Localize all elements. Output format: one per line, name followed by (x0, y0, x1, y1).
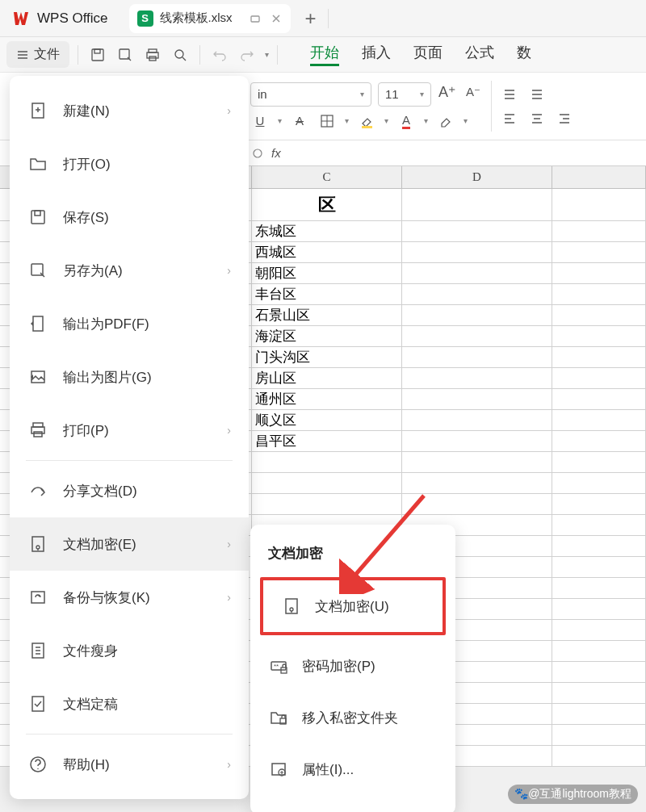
document-tab[interactable]: S 线索模板.xlsx (129, 4, 291, 33)
cell[interactable]: 门头沟区 (252, 347, 402, 367)
cell[interactable]: 东城区 (252, 221, 402, 241)
font-color-icon[interactable]: A (396, 111, 416, 131)
increase-font-icon[interactable]: A⁺ (438, 82, 457, 102)
cell[interactable] (552, 620, 646, 640)
cell[interactable]: 西城区 (252, 242, 402, 262)
cell[interactable] (402, 389, 552, 409)
cell[interactable] (552, 578, 646, 598)
font-family-combo[interactable]: in▾ (250, 82, 371, 107)
submenu-private[interactable]: 移入私密文件夹 (250, 692, 455, 743)
cell[interactable] (552, 452, 646, 472)
col-header-d[interactable]: D (402, 166, 552, 188)
cell[interactable] (552, 662, 646, 682)
cell[interactable] (552, 305, 646, 325)
tab-insert[interactable]: 插入 (362, 43, 391, 66)
cell[interactable] (402, 368, 552, 388)
preview-icon[interactable] (169, 44, 191, 66)
cell[interactable]: 昌平区 (252, 431, 402, 451)
cell[interactable] (402, 305, 552, 325)
submenu-password[interactable]: ** 密码加密(P) (250, 640, 455, 692)
align-center-icon[interactable] (527, 109, 547, 128)
underline-icon[interactable]: U (250, 111, 270, 131)
print-icon[interactable] (141, 44, 164, 66)
cell[interactable] (552, 536, 646, 556)
cell[interactable] (402, 452, 552, 472)
menu-finalize[interactable]: 文档定稿 (10, 677, 249, 730)
undo-icon[interactable] (208, 44, 231, 66)
font-size-combo[interactable]: 11▾ (378, 82, 431, 107)
tab-page[interactable]: 页面 (413, 43, 443, 66)
cell[interactable] (402, 410, 552, 430)
cell[interactable]: 石景山区 (252, 305, 402, 325)
menu-backup[interactable]: 备份与恢复(K) › (10, 571, 249, 624)
menu-new[interactable]: 新建(N) › (10, 84, 249, 137)
cell[interactable] (552, 326, 646, 346)
chevron-down-icon[interactable]: ▾ (265, 50, 269, 59)
menu-export-pdf[interactable]: 输出为PDF(F) (10, 297, 249, 350)
cell[interactable] (552, 494, 646, 514)
menu-open[interactable]: 打开(O) (10, 137, 249, 190)
new-tab-button[interactable]: + (305, 7, 317, 30)
cell[interactable]: 海淀区 (252, 326, 402, 346)
cell[interactable] (402, 347, 552, 367)
header-cell-d[interactable] (402, 189, 552, 220)
col-header-e[interactable] (552, 166, 646, 188)
cell[interactable] (552, 284, 646, 304)
tab-formula[interactable]: 公式 (465, 43, 494, 66)
cell[interactable] (402, 431, 552, 451)
submenu-encrypt[interactable]: 文档加密(U) (263, 580, 443, 632)
align-right-icon[interactable] (555, 109, 574, 128)
align-middle-icon[interactable] (527, 85, 547, 104)
cell[interactable] (552, 242, 646, 262)
cell[interactable] (552, 704, 646, 724)
cell[interactable] (402, 263, 552, 283)
tab-data[interactable]: 数 (517, 43, 531, 66)
tab-start[interactable]: 开始 (310, 43, 339, 66)
cell[interactable]: 房山区 (252, 368, 402, 388)
cell[interactable]: 朝阳区 (252, 263, 402, 283)
save-as-icon[interactable] (114, 44, 136, 66)
menu-encrypt[interactable]: 文档加密(E) › (10, 517, 249, 571)
cell[interactable]: 通州区 (252, 389, 402, 409)
cell[interactable] (402, 242, 552, 262)
menu-saveas[interactable]: 另存为(A) › (10, 244, 249, 297)
cell[interactable] (402, 473, 552, 493)
border-icon[interactable] (317, 111, 337, 131)
cell[interactable] (552, 641, 646, 661)
strikethrough-icon[interactable]: A (290, 111, 309, 131)
cell[interactable] (402, 494, 552, 514)
cell[interactable] (552, 263, 646, 283)
cell[interactable] (552, 746, 646, 766)
eraser-icon[interactable] (436, 111, 455, 131)
cell[interactable] (552, 599, 646, 619)
cell[interactable]: 丰台区 (252, 284, 402, 304)
cell[interactable] (402, 326, 552, 346)
cell[interactable] (552, 515, 646, 535)
close-tab-icon[interactable] (270, 12, 283, 25)
save-icon[interactable] (86, 44, 109, 66)
fill-color-icon[interactable] (357, 111, 376, 131)
cell[interactable] (552, 431, 646, 451)
cell[interactable] (402, 221, 552, 241)
align-left-icon[interactable] (500, 109, 519, 128)
header-cell-c[interactable]: 区 (252, 189, 402, 220)
cell[interactable] (252, 473, 402, 493)
cell[interactable] (552, 557, 646, 577)
menu-slim[interactable]: 文件瘦身 (10, 624, 249, 677)
cell[interactable] (252, 494, 402, 514)
cell[interactable] (552, 473, 646, 493)
header-cell-e[interactable] (552, 189, 646, 220)
expand-icon[interactable] (252, 148, 263, 159)
col-header-c[interactable]: C (252, 166, 402, 188)
cell[interactable] (552, 389, 646, 409)
redo-icon[interactable] (236, 44, 258, 66)
menu-export-img[interactable]: 输出为图片(G) (10, 350, 249, 404)
file-menu-button[interactable]: 文件 (6, 41, 69, 68)
submenu-properties[interactable]: 属性(I)... (250, 743, 455, 795)
cell[interactable] (552, 221, 646, 241)
align-top-icon[interactable] (500, 85, 519, 104)
decrease-font-icon[interactable]: A⁻ (464, 82, 483, 102)
cell[interactable] (402, 284, 552, 304)
menu-save[interactable]: 保存(S) (10, 190, 249, 244)
cell[interactable] (552, 368, 646, 388)
